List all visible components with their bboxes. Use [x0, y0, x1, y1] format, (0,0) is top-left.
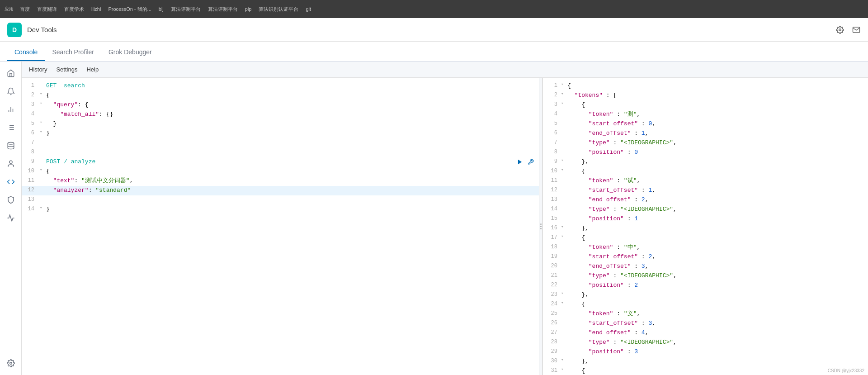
output-line-29: 29 "position" : 3 — [543, 347, 868, 357]
output-line-13: 13 "end_offset" : 2, — [543, 195, 868, 205]
code-line-2: 2 ▾ { — [22, 91, 539, 100]
run-button[interactable] — [515, 157, 524, 166]
sidebar-icon-chart[interactable] — [3, 101, 19, 118]
svg-point-11 — [9, 161, 12, 163]
code-line-5: 5 ▾ } — [22, 119, 539, 129]
output-line-17: 17 ▾ { — [543, 233, 868, 243]
output-line-6: 6 "end_offset" : 1, — [543, 129, 868, 138]
browser-tab-pip[interactable]: pip — [242, 5, 255, 13]
code-line-10: 10 ▾ { — [22, 167, 539, 176]
output-line-19: 19 "start_offset" : 2, — [543, 252, 868, 262]
sidebar-icon-dev[interactable] — [3, 174, 19, 190]
right-output-pane[interactable]: 1 ▾ { 2 ▾ "tokens" : [ 3 ▾ { — [542, 78, 868, 375]
app-header: D Dev Tools — [0, 18, 868, 42]
browser-bar: 应用 百度 百度翻译 百度学术 liizhi ProcessOn - 我的...… — [0, 0, 868, 18]
output-line-21: 21 "type" : "<IDEOGRAPHIC>", — [543, 271, 868, 281]
output-line-16: 16 ▾ }, — [543, 224, 868, 233]
output-line-24: 24 ▾ { — [543, 300, 868, 309]
browser-tab-blj[interactable]: blj — [156, 5, 166, 13]
wrench-button[interactable] — [526, 157, 535, 166]
browser-tab-fanyi[interactable]: 百度翻译 — [34, 5, 60, 14]
output-line-27: 27 "end_offset" : 4, — [543, 328, 868, 338]
output-line-1: 1 ▾ { — [543, 81, 868, 91]
code-line-6: 6 ▾ } — [22, 129, 539, 138]
app-logo: D — [7, 23, 22, 37]
output-line-4: 4 "token" : "测", — [543, 110, 868, 119]
sidebar — [0, 62, 22, 375]
sidebar-icon-settings[interactable] — [3, 355, 19, 371]
output-line-18: 18 "token" : "中", — [543, 243, 868, 252]
browser-tab-baidu[interactable]: 百度 — [17, 5, 33, 14]
code-line-3: 3 ▾ "query": { — [22, 100, 539, 110]
code-editor: 1 GET _search 2 ▾ { 3 ▾ "query": — [22, 78, 539, 375]
browser-apps-label: 应用 — [5, 6, 14, 12]
code-line-1: 1 GET _search — [22, 81, 539, 91]
output-line-23: 23 ▾ }, — [543, 290, 868, 300]
svg-point-0 — [839, 28, 841, 31]
sidebar-icon-shield[interactable] — [3, 192, 19, 208]
output-line-9: 9 ▾ }, — [543, 157, 868, 167]
svg-marker-13 — [518, 160, 522, 165]
output-line-31: 31 ▾ { — [543, 366, 868, 375]
sidebar-icon-monitoring[interactable] — [3, 210, 19, 226]
browser-tab-liizhi[interactable]: liizhi — [89, 5, 104, 13]
output-line-30: 30 ▾ }, — [543, 357, 868, 366]
toolbar-history[interactable]: History — [29, 66, 47, 73]
svg-point-12 — [9, 362, 12, 365]
output-line-5: 5 "start_offset" : 0, — [543, 119, 868, 129]
output-code: 1 ▾ { 2 ▾ "tokens" : [ 3 ▾ { — [543, 78, 868, 375]
sidebar-icon-user[interactable] — [3, 156, 19, 172]
sidebar-icon-home[interactable] — [3, 65, 19, 81]
output-line-7: 7 "type" : "<IDEOGRAPHIC>", — [543, 138, 868, 148]
toolbar-settings[interactable]: Settings — [56, 66, 77, 73]
output-line-12: 12 "start_offset" : 1, — [543, 186, 868, 195]
sidebar-icon-database[interactable] — [3, 138, 19, 154]
header-icons — [835, 25, 861, 34]
svg-point-10 — [8, 142, 14, 145]
output-line-22: 22 "position" : 2 — [543, 281, 868, 290]
code-line-14: 14 ▾ } — [22, 205, 539, 214]
output-line-10: 10 ▾ { — [543, 167, 868, 176]
left-editor-pane[interactable]: 1 GET _search 2 ▾ { 3 ▾ "query": — [22, 78, 539, 375]
tab-grok-debugger[interactable]: Grok Debugger — [101, 44, 159, 61]
browser-tab-algo3[interactable]: 算法识别认证平台 — [256, 5, 301, 14]
browser-tab-git[interactable]: git — [303, 5, 314, 13]
browser-tab-algo1[interactable]: 算法评测平台 — [168, 5, 203, 14]
output-line-15: 15 "position" : 1 — [543, 214, 868, 224]
code-line-4: 4 "match_all": {} — [22, 110, 539, 119]
line-actions-9 — [515, 157, 539, 166]
sidebar-icon-alert[interactable] — [3, 83, 19, 100]
output-line-8: 8 "position" : 0 — [543, 148, 868, 157]
app-title: Dev Tools — [27, 26, 57, 33]
tabs-bar: Console Search Profiler Grok Debugger — [0, 42, 868, 62]
editor-container: 1 GET _search 2 ▾ { 3 ▾ "query": — [22, 78, 868, 375]
output-line-14: 14 "type" : "<IDEOGRAPHIC>", — [543, 205, 868, 214]
code-line-9: 9 POST /_analyze — [22, 157, 539, 167]
browser-tab-algo2[interactable]: 算法评测平台 — [205, 5, 241, 14]
browser-tab-xueshu[interactable]: 百度学术 — [61, 5, 87, 14]
output-line-26: 26 "start_offset" : 3, — [543, 319, 868, 328]
output-line-25: 25 "token" : "文", — [543, 309, 868, 319]
output-line-2: 2 ▾ "tokens" : [ — [543, 91, 868, 100]
console-toolbar: History Settings Help — [22, 62, 868, 78]
settings-header-icon[interactable] — [835, 25, 844, 34]
browser-tab-processon[interactable]: ProcessOn - 我的... — [105, 5, 154, 14]
tab-search-profiler[interactable]: Search Profiler — [45, 44, 101, 61]
code-line-8: 8 — [22, 148, 539, 157]
output-line-28: 28 "type" : "<IDEOGRAPHIC>", — [543, 338, 868, 347]
output-line-11: 11 "token" : "试", — [543, 176, 868, 186]
main-content: History Settings Help 1 GET _search 2 — [0, 62, 868, 375]
code-line-13: 13 — [22, 195, 539, 205]
toolbar-help[interactable]: Help — [86, 66, 99, 73]
mail-header-icon[interactable] — [852, 25, 861, 34]
output-line-20: 20 "end_offset" : 3, — [543, 262, 868, 271]
output-line-3: 3 ▾ { — [543, 100, 868, 110]
pane-divider[interactable] — [539, 78, 542, 375]
code-line-11: 11 "text": "测试中文分词器", — [22, 176, 539, 186]
tab-console[interactable]: Console — [7, 44, 45, 61]
sidebar-icon-list[interactable] — [3, 119, 19, 136]
code-line-7: 7 — [22, 138, 539, 148]
code-line-12: 12 "analyzer": "standard" — [22, 186, 539, 195]
devtools-content: History Settings Help 1 GET _search 2 — [22, 62, 868, 375]
